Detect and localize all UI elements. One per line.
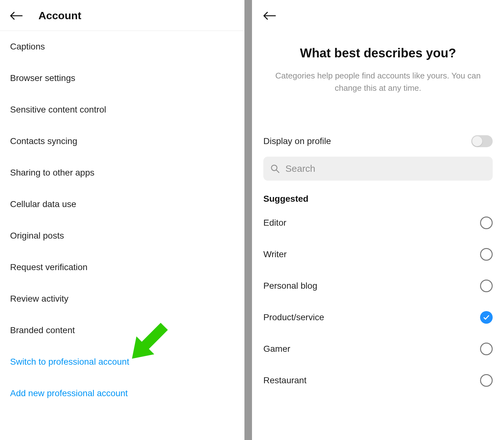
display-on-profile-toggle[interactable] (471, 135, 493, 147)
settings-item-add-new-professional-account[interactable]: Add new professional account (10, 378, 234, 409)
radio-selected-icon[interactable] (480, 311, 493, 324)
category-row-editor[interactable]: Editor (263, 207, 493, 239)
search-container (252, 157, 504, 181)
radio-icon[interactable] (480, 343, 493, 355)
settings-item-branded-content[interactable]: Branded content (10, 315, 234, 346)
settings-item-switch-to-professional-account[interactable]: Switch to professional account (10, 346, 234, 378)
category-label: Writer (263, 249, 287, 259)
search-icon (270, 164, 280, 173)
settings-item-cellular-data-use[interactable]: Cellular data use (10, 188, 234, 220)
display-on-profile-label: Display on profile (263, 136, 331, 146)
category-label: Editor (263, 218, 286, 228)
settings-item-review-activity[interactable]: Review activity (10, 283, 234, 315)
settings-item-request-verification[interactable]: Request verification (10, 252, 234, 283)
hero: What best describes you? Categories help… (252, 21, 504, 94)
back-button-left[interactable] (10, 11, 24, 21)
category-list: EditorWriterPersonal blogProduct/service… (252, 207, 504, 396)
settings-list: CaptionsBrowser settingsSensitive conten… (0, 31, 244, 409)
category-label: Product/service (263, 312, 324, 322)
settings-item-original-posts[interactable]: Original posts (10, 220, 234, 252)
category-row-gamer[interactable]: Gamer (263, 333, 493, 365)
display-on-profile-row: Display on profile (252, 135, 504, 147)
settings-item-sensitive-content-control[interactable]: Sensitive content control (10, 94, 234, 125)
back-button-right[interactable] (263, 11, 277, 21)
search-box[interactable] (263, 157, 493, 181)
settings-item-browser-settings[interactable]: Browser settings (10, 62, 234, 94)
radio-icon[interactable] (480, 248, 493, 261)
settings-item-captions[interactable]: Captions (10, 31, 234, 62)
left-header: Account (0, 0, 244, 31)
arrow-left-icon (263, 11, 276, 20)
suggested-header: Suggested (252, 194, 504, 204)
right-header (252, 0, 504, 21)
category-label: Restaurant (263, 375, 306, 385)
category-row-personal-blog[interactable]: Personal blog (263, 270, 493, 302)
arrow-left-icon (10, 11, 23, 20)
category-row-product-service[interactable]: Product/service (263, 302, 493, 333)
category-row-writer[interactable]: Writer (263, 239, 493, 270)
category-label: Gamer (263, 344, 290, 354)
page-title: Account (38, 9, 81, 22)
toggle-knob (472, 136, 482, 146)
hero-subtitle: Categories help people find accounts lik… (268, 70, 488, 94)
account-settings-panel: Account CaptionsBrowser settingsSensitiv… (0, 0, 252, 440)
radio-icon[interactable] (480, 374, 493, 387)
category-selection-panel: What best describes you? Categories help… (252, 0, 504, 440)
category-row-restaurant[interactable]: Restaurant (263, 365, 493, 396)
settings-item-sharing-to-other-apps[interactable]: Sharing to other apps (10, 157, 234, 188)
radio-icon[interactable] (480, 280, 493, 292)
hero-title: What best describes you? (263, 46, 493, 60)
search-input[interactable] (285, 163, 486, 174)
svg-line-1 (276, 170, 279, 172)
category-label: Personal blog (263, 281, 317, 291)
settings-item-contacts-syncing[interactable]: Contacts syncing (10, 125, 234, 157)
radio-icon[interactable] (480, 217, 493, 229)
